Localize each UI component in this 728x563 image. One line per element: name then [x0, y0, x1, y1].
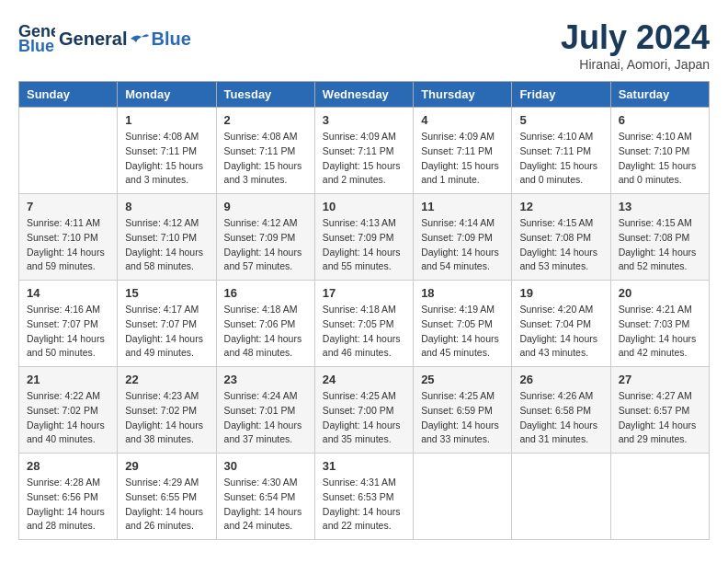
day-header-wednesday: Wednesday — [314, 82, 413, 108]
calendar-cell: 4Sunrise: 4:09 AM Sunset: 7:11 PM Daylig… — [414, 108, 512, 194]
day-number: 11 — [421, 200, 504, 213]
day-number: 23 — [224, 373, 307, 386]
day-number: 10 — [323, 200, 405, 213]
calendar-cell: 23Sunrise: 4:24 AM Sunset: 7:01 PM Dayli… — [216, 367, 314, 454]
day-number: 31 — [323, 459, 405, 473]
day-header-monday: Monday — [118, 82, 216, 108]
page-header: General Blue General Blue July 2024 Hira… — [18, 18, 710, 72]
day-header-thursday: Thursday — [414, 82, 512, 108]
day-info: Sunrise: 4:14 AM Sunset: 7:09 PM Dayligh… — [421, 216, 504, 274]
day-number: 16 — [224, 286, 307, 300]
calendar-cell: 8Sunrise: 4:12 AM Sunset: 7:10 PM Daylig… — [118, 194, 216, 281]
calendar-cell: 18Sunrise: 4:19 AM Sunset: 7:05 PM Dayli… — [414, 281, 512, 367]
bird-icon — [129, 31, 149, 46]
day-number: 8 — [125, 200, 208, 213]
calendar-cell: 31Sunrise: 4:31 AM Sunset: 6:53 PM Dayli… — [314, 454, 413, 540]
calendar-cell: 22Sunrise: 4:23 AM Sunset: 7:02 PM Dayli… — [118, 367, 216, 454]
day-info: Sunrise: 4:26 AM Sunset: 6:58 PM Dayligh… — [519, 389, 602, 447]
day-number: 12 — [519, 200, 602, 213]
day-number: 27 — [619, 373, 701, 386]
calendar-cell: 15Sunrise: 4:17 AM Sunset: 7:07 PM Dayli… — [118, 281, 216, 367]
calendar-cell: 20Sunrise: 4:21 AM Sunset: 7:03 PM Dayli… — [610, 281, 709, 367]
day-number: 5 — [519, 113, 602, 127]
day-info: Sunrise: 4:08 AM Sunset: 7:11 PM Dayligh… — [125, 130, 208, 188]
day-info: Sunrise: 4:22 AM Sunset: 7:02 PM Dayligh… — [27, 389, 109, 447]
week-row-5: 28Sunrise: 4:28 AM Sunset: 6:56 PM Dayli… — [19, 454, 710, 540]
week-row-4: 21Sunrise: 4:22 AM Sunset: 7:02 PM Dayli… — [19, 367, 710, 454]
day-number: 28 — [27, 459, 109, 473]
calendar-cell: 27Sunrise: 4:27 AM Sunset: 6:57 PM Dayli… — [610, 367, 709, 454]
calendar-cell: 19Sunrise: 4:20 AM Sunset: 7:04 PM Dayli… — [512, 281, 610, 367]
week-row-1: 1Sunrise: 4:08 AM Sunset: 7:11 PM Daylig… — [19, 108, 710, 194]
week-row-2: 7Sunrise: 4:11 AM Sunset: 7:10 PM Daylig… — [19, 194, 710, 281]
day-info: Sunrise: 4:24 AM Sunset: 7:01 PM Dayligh… — [224, 389, 307, 447]
day-info: Sunrise: 4:10 AM Sunset: 7:10 PM Dayligh… — [619, 130, 701, 188]
day-number: 1 — [125, 113, 208, 127]
day-header-saturday: Saturday — [610, 82, 709, 108]
day-number: 6 — [619, 113, 701, 127]
day-number: 9 — [224, 200, 307, 213]
calendar-cell — [512, 454, 610, 540]
day-number: 17 — [323, 286, 405, 300]
calendar-cell: 2Sunrise: 4:08 AM Sunset: 7:11 PM Daylig… — [216, 108, 314, 194]
day-number: 15 — [125, 286, 208, 300]
calendar-cell: 5Sunrise: 4:10 AM Sunset: 7:11 PM Daylig… — [512, 108, 610, 194]
day-number: 26 — [519, 373, 602, 386]
calendar-cell: 28Sunrise: 4:28 AM Sunset: 6:56 PM Dayli… — [19, 454, 118, 540]
day-info: Sunrise: 4:09 AM Sunset: 7:11 PM Dayligh… — [323, 130, 405, 188]
calendar-cell: 10Sunrise: 4:13 AM Sunset: 7:09 PM Dayli… — [314, 194, 413, 281]
day-info: Sunrise: 4:08 AM Sunset: 7:11 PM Dayligh… — [224, 130, 307, 188]
logo-general-text: General — [59, 29, 127, 50]
calendar-cell: 14Sunrise: 4:16 AM Sunset: 7:07 PM Dayli… — [19, 281, 118, 367]
day-info: Sunrise: 4:18 AM Sunset: 7:06 PM Dayligh… — [224, 303, 307, 361]
day-info: Sunrise: 4:29 AM Sunset: 6:55 PM Dayligh… — [125, 476, 208, 534]
day-info: Sunrise: 4:15 AM Sunset: 7:08 PM Dayligh… — [519, 216, 602, 274]
day-info: Sunrise: 4:17 AM Sunset: 7:07 PM Dayligh… — [125, 303, 208, 361]
calendar-cell: 21Sunrise: 4:22 AM Sunset: 7:02 PM Dayli… — [19, 367, 118, 454]
day-info: Sunrise: 4:20 AM Sunset: 7:04 PM Dayligh… — [519, 303, 602, 361]
calendar-cell: 16Sunrise: 4:18 AM Sunset: 7:06 PM Dayli… — [216, 281, 314, 367]
day-info: Sunrise: 4:23 AM Sunset: 7:02 PM Dayligh… — [125, 389, 208, 447]
day-number: 2 — [224, 113, 307, 127]
day-number: 20 — [619, 286, 701, 300]
calendar-cell: 17Sunrise: 4:18 AM Sunset: 7:05 PM Dayli… — [314, 281, 413, 367]
day-info: Sunrise: 4:31 AM Sunset: 6:53 PM Dayligh… — [323, 476, 405, 534]
day-info: Sunrise: 4:09 AM Sunset: 7:11 PM Dayligh… — [421, 130, 504, 188]
day-info: Sunrise: 4:25 AM Sunset: 6:59 PM Dayligh… — [421, 389, 504, 447]
svg-text:Blue: Blue — [18, 37, 54, 55]
calendar-cell: 13Sunrise: 4:15 AM Sunset: 7:08 PM Dayli… — [610, 194, 709, 281]
day-info: Sunrise: 4:28 AM Sunset: 6:56 PM Dayligh… — [27, 476, 109, 534]
day-header-sunday: Sunday — [19, 82, 118, 108]
logo: General Blue General Blue — [18, 18, 191, 59]
calendar-cell: 26Sunrise: 4:26 AM Sunset: 6:58 PM Dayli… — [512, 367, 610, 454]
calendar-cell — [19, 108, 118, 194]
calendar-cell: 9Sunrise: 4:12 AM Sunset: 7:09 PM Daylig… — [216, 194, 314, 281]
day-info: Sunrise: 4:21 AM Sunset: 7:03 PM Dayligh… — [619, 303, 701, 361]
logo-icon: General Blue — [18, 18, 55, 55]
calendar-cell — [414, 454, 512, 540]
day-header-friday: Friday — [512, 82, 610, 108]
calendar-cell: 25Sunrise: 4:25 AM Sunset: 6:59 PM Dayli… — [414, 367, 512, 454]
day-info: Sunrise: 4:27 AM Sunset: 6:57 PM Dayligh… — [619, 389, 701, 447]
calendar-table: SundayMondayTuesdayWednesdayThursdayFrid… — [18, 81, 710, 540]
location: Hiranai, Aomori, Japan — [561, 57, 710, 72]
day-number: 4 — [421, 113, 504, 127]
calendar-cell: 6Sunrise: 4:10 AM Sunset: 7:10 PM Daylig… — [610, 108, 709, 194]
calendar-cell: 7Sunrise: 4:11 AM Sunset: 7:10 PM Daylig… — [19, 194, 118, 281]
day-number: 30 — [224, 459, 307, 473]
calendar-cell: 12Sunrise: 4:15 AM Sunset: 7:08 PM Dayli… — [512, 194, 610, 281]
month-title: July 2024 — [561, 18, 710, 57]
day-header-tuesday: Tuesday — [216, 82, 314, 108]
day-number: 18 — [421, 286, 504, 300]
calendar-cell: 29Sunrise: 4:29 AM Sunset: 6:55 PM Dayli… — [118, 454, 216, 540]
day-info: Sunrise: 4:16 AM Sunset: 7:07 PM Dayligh… — [27, 303, 109, 361]
day-number: 24 — [323, 373, 405, 386]
day-info: Sunrise: 4:12 AM Sunset: 7:10 PM Dayligh… — [125, 216, 208, 274]
title-block: July 2024 Hiranai, Aomori, Japan — [561, 18, 710, 72]
day-info: Sunrise: 4:18 AM Sunset: 7:05 PM Dayligh… — [323, 303, 405, 361]
day-number: 29 — [125, 459, 208, 473]
day-info: Sunrise: 4:25 AM Sunset: 7:00 PM Dayligh… — [323, 389, 405, 447]
day-number: 7 — [27, 200, 109, 213]
week-row-3: 14Sunrise: 4:16 AM Sunset: 7:07 PM Dayli… — [19, 281, 710, 367]
day-number: 14 — [27, 286, 109, 300]
